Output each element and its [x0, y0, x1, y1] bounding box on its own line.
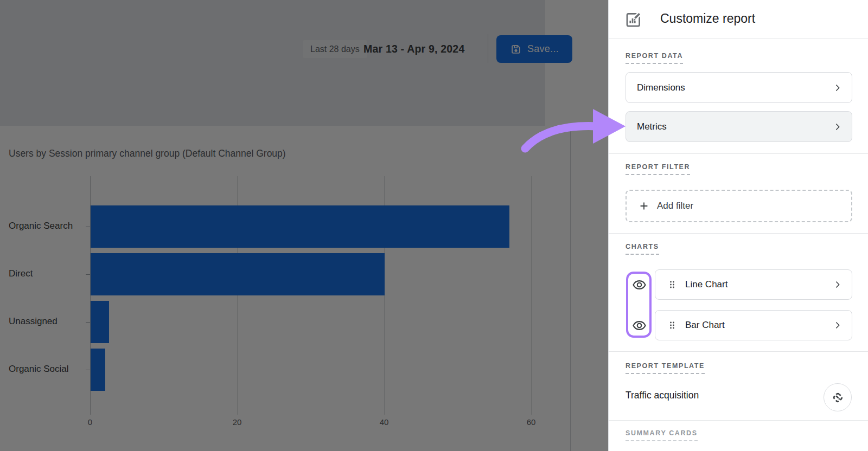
line-chart-visibility-eye-icon[interactable] — [632, 278, 647, 294]
line-chart-label: Line Chart — [685, 279, 833, 290]
x-axis-tick-label: 60 — [515, 417, 547, 427]
divider — [609, 38, 868, 38]
dimensions-button[interactable]: Dimensions — [626, 72, 852, 103]
section-label-report-data: REPORT DATA — [626, 52, 683, 64]
chevron-right-icon — [833, 320, 843, 330]
report-area: Last 28 days Mar 13 - Apr 9, 2024 Save..… — [0, 0, 608, 451]
section-label-charts: CHARTS — [626, 243, 659, 255]
divider — [609, 233, 868, 234]
chart-title: Users by Session primary channel group (… — [9, 148, 286, 159]
save-button-label: Save... — [527, 43, 559, 55]
unlink-template-button[interactable] — [824, 383, 852, 411]
section-label-report-filter: REPORT FILTER — [626, 163, 690, 175]
divider — [609, 351, 868, 352]
line-chart-row[interactable]: Line Chart — [655, 269, 852, 300]
unlink-icon — [831, 390, 845, 405]
bar-unassigned — [91, 301, 109, 343]
bar-chart-row[interactable]: Bar Chart — [655, 310, 852, 340]
chart-card: Users by Session primary channel group (… — [0, 126, 571, 451]
date-range-picker[interactable]: Mar 13 - Apr 9, 2024 — [363, 40, 464, 58]
annotation-arrow-icon — [507, 103, 629, 160]
dimensions-label: Dimensions — [637, 82, 833, 93]
bar-chart-label: Bar Chart — [685, 320, 833, 331]
bar-organic-social — [91, 349, 105, 391]
category-label: Unassigned — [9, 316, 58, 327]
bar-chart-visibility-eye-icon[interactable] — [632, 318, 647, 335]
category-label: Organic Search — [9, 221, 73, 231]
panel-title: Customize report — [660, 11, 755, 26]
screen: Last 28 days Mar 13 - Apr 9, 2024 Save..… — [0, 0, 868, 451]
customize-report-panel: Customize report REPORT DATA Dimensions … — [608, 0, 868, 451]
add-filter-button[interactable]: Add filter — [626, 190, 852, 222]
panel-header: Customize report — [609, 0, 868, 38]
add-filter-label: Add filter — [657, 201, 693, 211]
category-label: Organic Social — [9, 364, 69, 375]
chevron-right-icon — [833, 122, 843, 132]
chevron-right-icon — [833, 280, 843, 289]
x-axis-tick-label: 20 — [221, 417, 253, 427]
metrics-label: Metrics — [637, 121, 833, 132]
save-icon — [510, 43, 522, 55]
report-template-name: Traffic acquisition — [626, 390, 699, 401]
customize-report-icon — [624, 10, 643, 31]
drag-handle-icon[interactable] — [667, 320, 678, 331]
section-label-report-template: REPORT TEMPLATE — [626, 362, 705, 374]
bar-organic-search — [91, 205, 509, 248]
plus-icon — [638, 200, 650, 212]
metrics-button[interactable]: Metrics — [626, 111, 852, 142]
bar-direct — [91, 253, 385, 295]
toolbar-band — [0, 0, 545, 126]
category-label: Direct — [9, 268, 33, 279]
drag-handle-icon[interactable] — [667, 279, 678, 290]
divider — [609, 153, 868, 154]
toolbar-divider — [488, 34, 488, 63]
save-button[interactable]: Save... — [496, 35, 572, 63]
divider — [609, 420, 868, 421]
x-axis-tick-label: 40 — [368, 417, 400, 427]
section-label-summary-cards: SUMMARY CARDS — [626, 429, 698, 441]
x-axis-tick-label: 0 — [74, 417, 106, 427]
date-preset-chip[interactable]: Last 28 days — [303, 40, 367, 58]
chevron-right-icon — [833, 83, 843, 93]
